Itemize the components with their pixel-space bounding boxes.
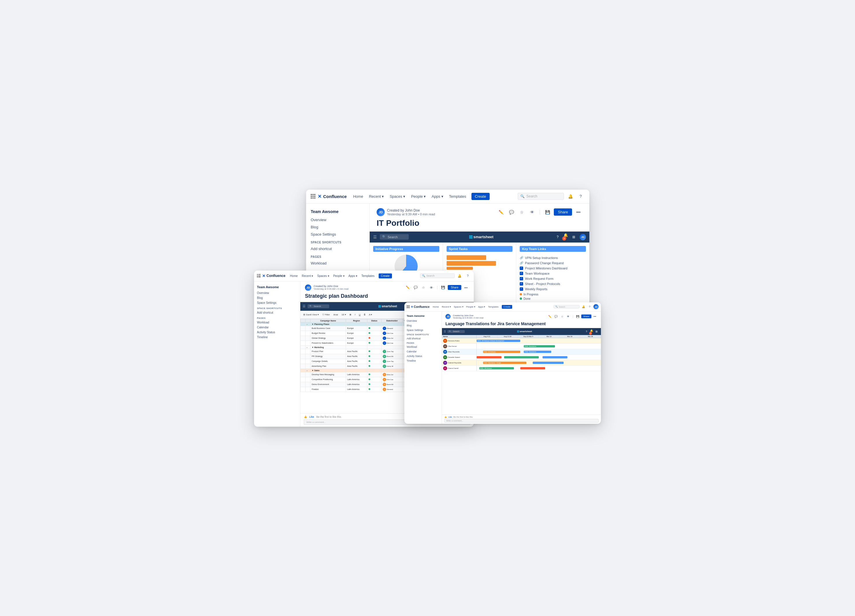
edit-icon-w2[interactable]: ✏️	[405, 285, 411, 291]
confluence-logo-w3[interactable]: ✕ Confluence	[411, 305, 429, 308]
more-icon-w3[interactable]: •••	[592, 314, 598, 319]
sidebar-blog-w3[interactable]: Blog	[405, 323, 442, 328]
gantt-row-ar[interactable]: AR Allan Reynolds FAKE: JM Release FAKE:…	[442, 349, 601, 355]
sidebar-overview-w2[interactable]: Overview	[254, 291, 300, 296]
search-bar-w1[interactable]: 🔍 Search	[518, 193, 564, 200]
ss-search-w3[interactable]: 🔍 Search	[447, 330, 465, 333]
sidebar-blog-w2[interactable]: Blog	[254, 296, 300, 300]
notifications-icon-w1[interactable]: 🔔	[566, 192, 575, 200]
sidebar-calendar-w2[interactable]: Calendar	[254, 325, 300, 330]
save-icon-w3[interactable]: 💾	[575, 314, 581, 319]
nav-templates-w2[interactable]: Templates	[360, 274, 376, 278]
star-icon-w3[interactable]: ☆	[559, 314, 565, 319]
comment-input-w3[interactable]: Write a comment...	[444, 419, 599, 423]
share-button-w1[interactable]: Share	[554, 208, 572, 216]
sidebar-item-blog-w1[interactable]: Blog	[306, 224, 369, 231]
save-icon-w2[interactable]: 💾	[440, 285, 446, 291]
nav-home-w1[interactable]: Home	[351, 193, 365, 200]
link-milestones[interactable]: Project Milestones Dashboard	[520, 266, 586, 271]
nav-spaces-w3[interactable]: Spaces ▾	[453, 305, 464, 308]
watch-icon-w2[interactable]: 👁	[428, 285, 434, 291]
notifications-icon-w2[interactable]: 🔔	[457, 273, 463, 279]
ss-notif-w1[interactable]: 🔔 4	[563, 232, 568, 242]
like-label-w3[interactable]: Like	[448, 416, 452, 418]
link-workrequest[interactable]: Work Request Form	[520, 276, 586, 281]
nav-apps-w1[interactable]: Apps ▾	[430, 193, 445, 200]
comment-icon-w3[interactable]: 💬	[553, 314, 559, 319]
nav-home-w3[interactable]: Home	[432, 305, 440, 308]
notifications-icon-w3[interactable]: 🔔	[581, 304, 586, 309]
ss-grid-icon-w1[interactable]: ⊞	[570, 233, 578, 241]
sidebar-activitystatus-w3[interactable]: Activity Status	[405, 354, 442, 359]
help-icon-w1[interactable]: ?	[577, 192, 585, 200]
hamburger-icon-w3[interactable]: ☰	[444, 330, 446, 333]
like-label-w2[interactable]: Like	[309, 415, 314, 418]
sidebar-timeline-w2[interactable]: Timeline	[254, 335, 300, 340]
comment-icon-w1[interactable]: 💬	[507, 208, 515, 216]
ss-grid-w3[interactable]: ⊞	[594, 329, 599, 334]
share-button-w2[interactable]: Share	[448, 285, 461, 290]
sidebar-timeline-w3[interactable]: Timeline	[405, 359, 442, 363]
sidebar-calendar-w3[interactable]: Calendar	[405, 349, 442, 354]
star-icon-w2[interactable]: ☆	[420, 285, 427, 291]
gantt-row-rr[interactable]: RR Ramona Robin FAKE: JM Release Softwar…	[442, 338, 601, 344]
sidebar-spacesettings-w3[interactable]: Space Settings	[405, 328, 442, 333]
watch-icon-w1[interactable]: 👁	[528, 208, 536, 216]
nav-apps-w3[interactable]: Apps ▾	[477, 305, 486, 308]
comment-icon-w2[interactable]: 💬	[412, 285, 419, 291]
link-workspace[interactable]: Team Workspace	[520, 271, 586, 276]
nav-home-w2[interactable]: Home	[289, 274, 299, 278]
sidebar-addshortcut-w2[interactable]: Add shortcut	[254, 310, 300, 315]
sidebar-addshortcut-w3[interactable]: Add shortcut	[405, 336, 442, 341]
search-bar-w3[interactable]: 🔍 Search	[553, 305, 579, 308]
link-password[interactable]: 🔗 Password Change Request	[520, 260, 586, 266]
nav-people-w1[interactable]: People ▾	[409, 193, 428, 200]
sidebar-workload-w3[interactable]: Workload	[405, 345, 442, 349]
toolbar-arial-w2[interactable]: Arial	[332, 313, 339, 317]
edit-icon-w1[interactable]: ✏️	[497, 208, 505, 216]
create-button-w3[interactable]: Create	[502, 305, 512, 309]
create-button-w1[interactable]: Create	[472, 193, 490, 200]
nav-apps-w2[interactable]: Apps ▾	[348, 274, 359, 278]
grid-icon-w2[interactable]	[257, 274, 260, 277]
help-icon-w3[interactable]: ?	[587, 304, 592, 309]
help-icon-w2[interactable]: ?	[464, 273, 471, 279]
gantt-row-gf[interactable]: GF Gianni Farrell FAKE: JM Release	[442, 366, 601, 371]
like-icon-w3[interactable]: 👍	[444, 416, 447, 418]
toolbar-view-w2[interactable]: ⊞ Gantt View ▾	[302, 313, 320, 317]
grid-icon-w1[interactable]	[311, 194, 316, 199]
toolbar-more-w2[interactable]: A ▾	[368, 313, 373, 317]
like-icon-w2[interactable]: 👍	[304, 415, 307, 418]
ss-help-w3[interactable]: ?	[584, 329, 589, 334]
nav-spaces-w2[interactable]: Spaces ▾	[316, 274, 330, 278]
watch-icon-w3[interactable]: 👁	[565, 314, 571, 319]
toolbar-strikethrough-w2[interactable]: S̶	[363, 313, 366, 317]
toolbar-bold-w2[interactable]: B	[348, 313, 352, 317]
edit-icon-w3[interactable]: ✏️	[547, 314, 553, 319]
hamburger-icon-w1[interactable]: ☰	[373, 235, 377, 239]
nav-people-w3[interactable]: People ▾	[465, 305, 476, 308]
sidebar-overview-w3[interactable]: Overview	[405, 319, 442, 323]
nav-spaces-w1[interactable]: Spaces ▾	[388, 193, 407, 200]
nav-templates-w3[interactable]: Templates	[487, 305, 499, 308]
ss-search-w1[interactable]: 🔍 Search	[380, 234, 409, 240]
toolbar-filter-w2[interactable]: ▽ Filter	[321, 313, 331, 317]
sidebar-item-workload-w1[interactable]: Workload	[306, 260, 369, 267]
sidebar-item-spacesettings-w1[interactable]: Space Settings	[306, 231, 369, 238]
link-vpn[interactable]: 🔗 VPN Setup Instructions	[520, 255, 586, 260]
toolbar-italic-w2[interactable]: I	[354, 313, 356, 317]
more-icon-w2[interactable]: •••	[463, 285, 469, 291]
hamburger-icon-w2[interactable]: ☰	[303, 304, 305, 308]
grid-icon-w3[interactable]	[407, 305, 409, 308]
sidebar-spacesettings-w2[interactable]: Space Settings	[254, 300, 300, 305]
sidebar-item-overview-w1[interactable]: Overview	[306, 216, 369, 224]
sidebar-item-addshortcut-w1[interactable]: Add shortcut	[306, 245, 369, 252]
ss-search-w2[interactable]: 🔍 Search	[308, 304, 329, 308]
gantt-row-gr[interactable]: GR Gabriel Raynolds FAKE: Standalone / D…	[442, 360, 601, 366]
ss-help-icon-w1[interactable]: ?	[553, 233, 562, 241]
confluence-logo-w1[interactable]: ✕ Confluence	[318, 194, 347, 199]
toolbar-size-w2[interactable]: 1E ▾	[340, 313, 347, 317]
ss-notif-w3[interactable]: 🔔 4	[590, 328, 593, 336]
nav-recent-w1[interactable]: Recent ▾	[367, 193, 386, 200]
more-icon-w1[interactable]: •••	[575, 208, 582, 216]
